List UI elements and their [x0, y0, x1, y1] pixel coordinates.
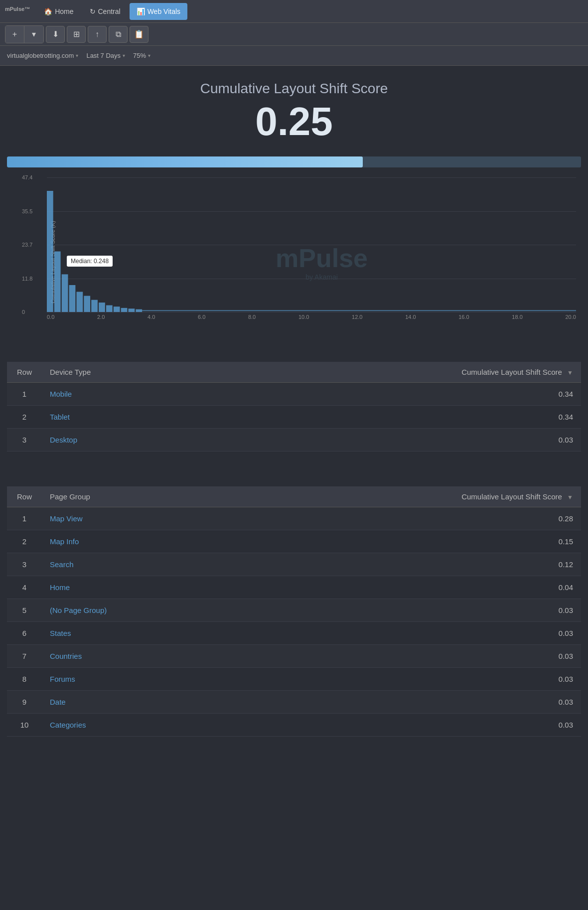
page-group-score: 0.15	[238, 530, 581, 553]
sort-icon: ▼	[567, 369, 573, 376]
device-name[interactable]: Mobile	[42, 383, 208, 406]
share-icon: ↑	[95, 30, 99, 39]
paste-icon: 📋	[134, 29, 144, 39]
page-group-name[interactable]: Countries	[42, 645, 238, 668]
page-group-score: 0.28	[238, 507, 581, 530]
table-row: 2 Map Info 0.15	[7, 530, 581, 553]
page-group-score: 0.03	[238, 645, 581, 668]
page-group-name[interactable]: Map View	[42, 507, 238, 530]
zoom-selector[interactable]: 75% ▾	[133, 52, 150, 59]
svg-rect-8	[106, 305, 113, 312]
device-table-header-row: Row	[7, 362, 42, 383]
page-group-name[interactable]: States	[42, 622, 238, 645]
table-row: 7 Countries 0.03	[7, 645, 581, 668]
table-row: 9 Date 0.03	[7, 691, 581, 714]
paste-button[interactable]: 📋	[130, 26, 148, 43]
histogram-svg	[47, 177, 576, 312]
device-table-section: Row Device Type Cumulative Layout Shift …	[7, 362, 581, 452]
site-selector[interactable]: virtualglobetrotting.com ▾	[7, 52, 78, 59]
layout-icon: ⊞	[73, 29, 80, 39]
table-row: 3 Desktop 0.03	[7, 429, 581, 452]
svg-rect-4	[76, 292, 83, 312]
x-label-5: 10.0	[298, 314, 309, 320]
svg-rect-7	[99, 303, 105, 312]
page-group-table: Row Page Group Cumulative Layout Shift S…	[7, 486, 581, 737]
copy-icon: ⧉	[116, 30, 121, 39]
x-label-1: 2.0	[97, 314, 105, 320]
table-row: 2 Tablet 0.34	[7, 406, 581, 429]
row-number: 1	[7, 383, 42, 406]
home-icon: 🏠	[44, 7, 52, 15]
table-row: 1 Mobile 0.34	[7, 383, 581, 406]
median-tooltip: Median: 0.248	[67, 256, 113, 267]
svg-rect-12	[136, 309, 142, 312]
page-group-name[interactable]: Forums	[42, 668, 238, 691]
row-number: 10	[7, 714, 42, 737]
time-chevron-icon: ▾	[123, 53, 125, 58]
nav-webvitals-button[interactable]: 📊 Web Vitals	[130, 3, 187, 20]
share-button[interactable]: ↑	[88, 26, 107, 43]
x-label-3: 6.0	[198, 314, 205, 320]
svg-rect-1	[54, 252, 61, 312]
score-header: Cumulative Layout Shift Score 0.25	[0, 66, 588, 152]
add-dropdown-button[interactable]: ▾	[24, 26, 43, 43]
pg-table-header-page: Page Group	[42, 486, 238, 507]
page-group-score: 0.03	[238, 691, 581, 714]
copy-button[interactable]: ⧉	[109, 26, 128, 43]
table-row: 1 Map View 0.28	[7, 507, 581, 530]
row-number: 1	[7, 507, 42, 530]
main-content: Cumulative Layout Shift Score 0.25 mPuls…	[0, 66, 588, 737]
pg-sort-icon: ▼	[567, 494, 573, 501]
x-label-6: 12.0	[352, 314, 362, 320]
import-button[interactable]: ⬇	[46, 26, 65, 43]
page-group-name[interactable]: Categories	[42, 714, 238, 737]
device-score: 0.34	[208, 406, 581, 429]
score-value: 0.25	[10, 102, 578, 142]
y-label-4: 0	[22, 309, 25, 315]
chart-plot: 47.4 35.5 23.7 11.8 0	[47, 177, 576, 312]
toolbar: + ▾ ⬇ ⊞ ↑ ⧉ 📋	[0, 23, 588, 46]
pg-table-header-score[interactable]: Cumulative Layout Shift Score ▼	[238, 486, 581, 507]
row-number: 7	[7, 645, 42, 668]
x-label-4: 8.0	[248, 314, 256, 320]
device-table-header-score[interactable]: Cumulative Layout Shift Score ▼	[208, 362, 581, 383]
table-row: 6 States 0.03	[7, 622, 581, 645]
row-number: 2	[7, 406, 42, 429]
x-label-9: 18.0	[512, 314, 522, 320]
page-group-name[interactable]: (No Page Group)	[42, 599, 238, 622]
row-number: 9	[7, 691, 42, 714]
page-group-name[interactable]: Search	[42, 553, 238, 576]
y-label-3: 11.8	[22, 276, 32, 282]
pg-table-header-row: Row	[7, 486, 42, 507]
svg-rect-9	[114, 306, 120, 312]
device-score: 0.34	[208, 383, 581, 406]
subtitle-bar: virtualglobetrotting.com ▾ Last 7 Days ▾…	[0, 46, 588, 66]
vitals-icon: 📊	[137, 7, 145, 15]
nav-home-button[interactable]: 🏠 Home	[37, 3, 80, 20]
import-icon: ⬇	[52, 29, 59, 39]
page-group-score: 0.12	[238, 553, 581, 576]
page-group-name[interactable]: Home	[42, 576, 238, 599]
table-row: 3 Search 0.12	[7, 553, 581, 576]
grid-line-bottom: 0	[47, 312, 576, 312]
time-range-selector[interactable]: Last 7 Days ▾	[86, 52, 125, 59]
row-number: 3	[7, 429, 42, 452]
row-number: 4	[7, 576, 42, 599]
add-button[interactable]: +	[5, 26, 24, 43]
layout-button[interactable]: ⊞	[67, 26, 86, 43]
svg-rect-0	[47, 191, 53, 312]
page-group-score: 0.03	[238, 714, 581, 737]
page-group-name[interactable]: Date	[42, 691, 238, 714]
device-name[interactable]: Tablet	[42, 406, 208, 429]
device-name[interactable]: Desktop	[42, 429, 208, 452]
device-table: Row Device Type Cumulative Layout Shift …	[7, 362, 581, 452]
nav-central-button[interactable]: ↻ Central	[83, 3, 128, 20]
device-table-header-device: Device Type	[42, 362, 208, 383]
page-group-name[interactable]: Map Info	[42, 530, 238, 553]
svg-rect-11	[129, 308, 135, 312]
page-group-score: 0.03	[238, 622, 581, 645]
x-label-10: 20.0	[565, 314, 576, 320]
table-row: 10 Categories 0.03	[7, 714, 581, 737]
central-icon: ↻	[90, 7, 96, 15]
row-number: 8	[7, 668, 42, 691]
